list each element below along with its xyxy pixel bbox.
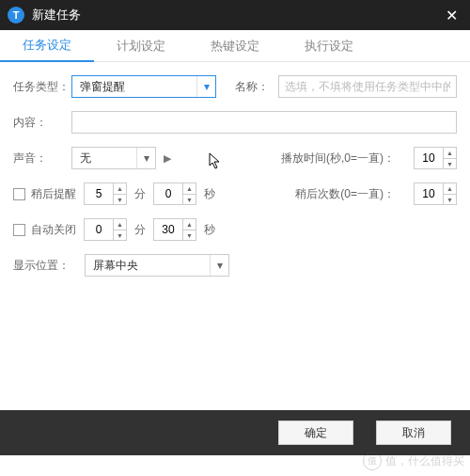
sound-label: 声音：	[13, 151, 71, 167]
auto-close-sec-input[interactable]	[154, 219, 182, 240]
auto-close-label: 自动关闭	[31, 222, 84, 238]
task-type-label: 任务类型：	[13, 79, 71, 95]
minute-unit: 分	[134, 222, 146, 238]
cancel-button[interactable]: 取消	[376, 420, 451, 445]
chevron-down-icon[interactable]: ▾	[196, 76, 215, 97]
minute-unit: 分	[134, 186, 146, 202]
remind-later-sec-spinbox[interactable]: ▲▼	[153, 182, 196, 205]
auto-close-min-input[interactable]	[85, 219, 113, 240]
remind-later-min-spinbox[interactable]: ▲▼	[84, 182, 127, 205]
spin-up-icon[interactable]: ▲	[182, 183, 196, 194]
spin-down-icon[interactable]: ▼	[182, 194, 196, 204]
remind-count-label: 稍后次数(0=一直)：	[295, 186, 395, 202]
sound-value: 无	[72, 151, 136, 167]
close-icon[interactable]: ✕	[440, 4, 462, 26]
remind-later-label: 稍后提醒	[31, 186, 84, 202]
play-time-label: 播放时间(秒,0=一直)：	[281, 151, 395, 167]
position-label: 显示位置：	[13, 258, 85, 274]
content-label: 内容：	[13, 115, 71, 131]
position-dropdown[interactable]: 屏幕中央 ▾	[85, 254, 229, 277]
second-unit: 秒	[204, 222, 215, 238]
name-label: 名称：	[235, 79, 269, 95]
remind-count-input[interactable]	[415, 183, 443, 204]
tabs: 任务设定 计划设定 热键设定 执行设定	[0, 30, 470, 62]
app-icon: T	[8, 7, 24, 24]
spin-up-icon[interactable]: ▲	[443, 183, 456, 194]
titlebar-title: 新建任务	[32, 7, 440, 24]
spin-up-icon[interactable]: ▲	[113, 219, 126, 230]
spin-down-icon[interactable]: ▼	[113, 230, 126, 240]
sound-dropdown[interactable]: 无 ▾	[71, 147, 156, 169]
remind-later-checkbox[interactable]	[13, 188, 25, 200]
titlebar: T 新建任务 ✕	[0, 0, 470, 30]
watermark: 值 值，什么值得买	[363, 452, 464, 470]
play-time-spinbox[interactable]: ▲▼	[414, 147, 457, 169]
spin-down-icon[interactable]: ▼	[182, 230, 196, 240]
spin-down-icon[interactable]: ▼	[443, 194, 456, 204]
spin-down-icon[interactable]: ▼	[443, 158, 456, 168]
auto-close-sec-spinbox[interactable]: ▲▼	[153, 218, 196, 241]
auto-close-min-spinbox[interactable]: ▲▼	[84, 218, 127, 241]
footer: 确定 取消	[0, 410, 470, 455]
ok-button[interactable]: 确定	[278, 420, 353, 445]
spin-up-icon[interactable]: ▲	[443, 148, 456, 158]
tab-task-settings[interactable]: 任务设定	[0, 30, 94, 62]
remind-count-spinbox[interactable]: ▲▼	[414, 182, 457, 205]
task-type-dropdown[interactable]: 弹窗提醒 ▾	[71, 75, 216, 98]
watermark-text: 值，什么值得买	[385, 453, 464, 469]
spin-up-icon[interactable]: ▲	[182, 219, 196, 230]
chevron-down-icon[interactable]: ▾	[136, 148, 155, 168]
second-unit: 秒	[204, 186, 215, 202]
tab-execute-settings[interactable]: 执行设定	[282, 30, 376, 62]
content: 任务类型： 弹窗提醒 ▾ 名称： 内容： 声音： 无 ▾ ▶ 播放时间(秒,0=…	[0, 62, 470, 410]
tab-schedule-settings[interactable]: 计划设定	[94, 30, 188, 62]
task-type-value: 弹窗提醒	[72, 79, 196, 95]
tab-hotkey-settings[interactable]: 热键设定	[188, 30, 282, 62]
spin-up-icon[interactable]: ▲	[113, 183, 126, 194]
play-icon[interactable]: ▶	[164, 152, 171, 165]
position-value: 屏幕中央	[86, 258, 210, 274]
chevron-down-icon[interactable]: ▾	[210, 255, 228, 276]
remind-later-min-input[interactable]	[85, 183, 113, 204]
remind-later-sec-input[interactable]	[154, 183, 182, 204]
play-time-input[interactable]	[415, 148, 443, 168]
auto-close-checkbox[interactable]	[13, 224, 25, 236]
watermark-icon: 值	[363, 452, 382, 470]
name-input[interactable]	[278, 75, 457, 98]
spin-down-icon[interactable]: ▼	[113, 194, 126, 204]
content-input[interactable]	[71, 111, 457, 134]
